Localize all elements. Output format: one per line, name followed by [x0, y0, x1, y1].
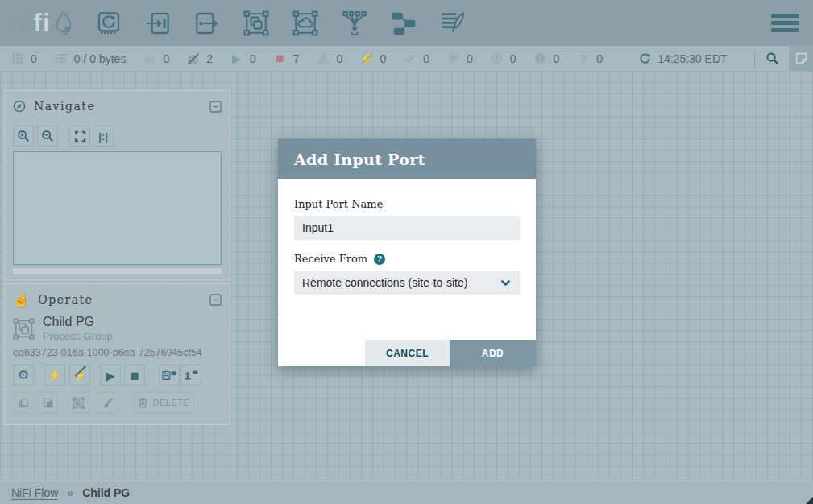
stat-stopped: ■ 7: [273, 52, 300, 65]
disable-button[interactable]: ⚡: [69, 365, 90, 386]
flow-canvas[interactable]: Navigate |:|: [0, 71, 813, 481]
locally-modified-stale-icon: [533, 52, 547, 64]
up-to-date-icon: [403, 52, 417, 64]
add-input-port-dialog: Add Input Port Input Port Name Receive F…: [278, 139, 536, 366]
zoom-out-button[interactable]: [37, 126, 58, 147]
running-count: 0: [250, 52, 256, 65]
stale-icon: [490, 52, 504, 64]
search-icon[interactable]: [755, 46, 789, 71]
stat-locally-modified: 0: [446, 52, 473, 65]
nifi-logo: nifi: [10, 10, 74, 36]
breadcrumb: NiFi Flow » Child PG: [0, 481, 813, 504]
header-toolbar: nifi: [0, 0, 813, 46]
last-refreshed-time: 14:25:30 EDT: [657, 52, 727, 65]
upload-template-icon[interactable]: [180, 365, 201, 386]
input-port-name-field[interactable]: [294, 216, 520, 240]
dialog-title: Add Input Port: [294, 151, 425, 168]
dialog-buttons: CANCEL ADD: [365, 340, 536, 366]
birdseye-footer: [13, 268, 222, 274]
start-button[interactable]: ▶: [100, 365, 121, 386]
up-to-date-count: 0: [423, 52, 429, 65]
receive-from-select[interactable]: Remote connections (site-to-site): [294, 271, 520, 295]
operate-collapse-icon[interactable]: [209, 294, 222, 306]
stat-not-transmitting: ◎ 2: [186, 52, 213, 65]
stopped-count: 7: [293, 52, 300, 65]
dialog-header: Add Input Port: [278, 139, 536, 179]
navigate-panel: Navigate |:|: [4, 90, 230, 280]
fill-color-icon[interactable]: [97, 392, 118, 413]
chevron-down-icon: [500, 277, 512, 289]
process-group-icon[interactable]: [243, 7, 270, 39]
running-icon: ▶: [230, 53, 243, 64]
component-type: Process Group: [43, 330, 113, 342]
stat-disabled: ⚡ 0: [359, 52, 386, 65]
invalid-count: 0: [337, 52, 343, 65]
save-template-icon[interactable]: [159, 365, 180, 386]
nifi-app: nifi: [0, 0, 813, 504]
locally-modified-stale-count: 0: [554, 52, 560, 65]
navigate-header: Navigate: [5, 94, 230, 118]
corner-resize-handle: [806, 497, 813, 504]
stop-button[interactable]: ■: [124, 365, 145, 386]
delete-button[interactable]: DELETE: [133, 392, 194, 413]
input-port-icon[interactable]: [144, 7, 172, 39]
refresh-icon[interactable]: [639, 52, 651, 64]
zoom-in-button[interactable]: [13, 126, 34, 147]
sync-failure-count: 0: [596, 52, 603, 65]
active-threads-icon: [10, 52, 24, 64]
bulletin-board-icon[interactable]: [789, 46, 813, 71]
stat-active-threads: 0: [10, 52, 37, 65]
navigate-collapse-icon[interactable]: [209, 101, 222, 113]
help-icon[interactable]: ?: [374, 254, 385, 265]
zoom-fit-button[interactable]: [69, 126, 90, 147]
stat-stale: 0: [490, 52, 516, 65]
locally-modified-icon: [446, 52, 460, 64]
stat-locally-modified-stale: 0: [533, 52, 560, 65]
not-transmitting-icon: ◎: [186, 53, 200, 64]
label-icon[interactable]: [439, 7, 467, 39]
stat-sync-failure: ? 0: [576, 52, 603, 65]
queued-count: 0 / 0 bytes: [74, 52, 127, 65]
template-icon[interactable]: [390, 7, 417, 39]
add-button[interactable]: ADD: [450, 340, 536, 366]
sync-failure-icon: ?: [576, 52, 590, 64]
funnel-icon[interactable]: [341, 7, 368, 39]
stale-count: 0: [510, 52, 516, 65]
transmitting-count: 0: [163, 52, 169, 65]
stat-invalid: 0: [317, 52, 343, 65]
stat-running: ▶ 0: [230, 52, 256, 65]
remote-process-group-icon[interactable]: [292, 7, 319, 39]
output-port-icon[interactable]: [193, 7, 221, 39]
disabled-count: 0: [380, 52, 386, 65]
group-icon[interactable]: [68, 392, 89, 413]
configure-button[interactable]: ⚙: [13, 365, 34, 386]
component-name: Child PG: [43, 315, 113, 329]
global-menu-icon[interactable]: [771, 14, 799, 32]
compass-icon: [13, 100, 26, 113]
processor-icon[interactable]: [95, 7, 122, 39]
operate-toolbar-row1: ⚙ ⚡ ⚡ ▶ ■: [5, 358, 230, 386]
operate-title: Operate: [38, 293, 93, 306]
enable-button[interactable]: ⚡: [44, 365, 65, 386]
cancel-button[interactable]: CANCEL: [365, 340, 450, 366]
not-transmitting-count: 2: [206, 52, 213, 65]
birdseye-view[interactable]: [13, 151, 222, 265]
stopped-icon: ■: [273, 52, 287, 65]
logo-text-fi: fi: [34, 10, 51, 35]
input-port-name-label: Input Port Name: [294, 198, 520, 210]
operate-header: ☝ Operate: [5, 287, 230, 312]
stat-transmitting: ◎ 0: [143, 52, 169, 65]
paste-icon[interactable]: [37, 392, 58, 413]
navigate-title: Navigate: [34, 100, 95, 113]
queued-icon: [54, 52, 68, 64]
dialog-body: Input Port Name Receive From ? Remote co…: [278, 179, 536, 295]
copy-icon[interactable]: [13, 392, 34, 413]
breadcrumb-separator: »: [67, 486, 73, 499]
receive-from-value: Remote connections (site-to-site): [302, 276, 467, 289]
breadcrumb-root[interactable]: NiFi Flow: [11, 486, 58, 500]
operate-toolbar-row2: DELETE: [5, 386, 230, 413]
stat-queued: 0 / 0 bytes: [54, 52, 127, 65]
locally-modified-count: 0: [467, 52, 473, 65]
receive-from-label: Receive From ?: [294, 253, 520, 265]
zoom-actual-size-button[interactable]: |:|: [93, 126, 114, 147]
